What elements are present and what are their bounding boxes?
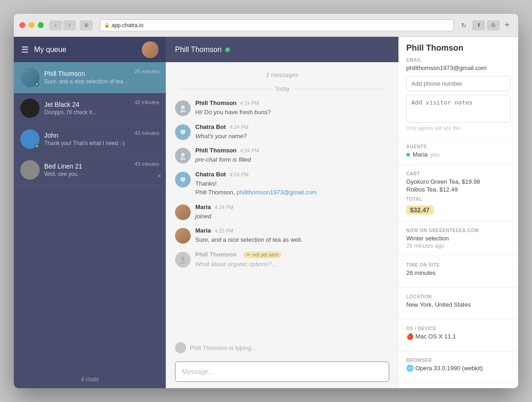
message-row: Maria 4:24 PM joined: [175, 204, 389, 221]
online-indicator: [35, 82, 39, 87]
msg-timestamp: 4:25 PM: [215, 228, 234, 233]
traffic-lights: [19, 22, 44, 28]
share-button[interactable]: ⬆: [472, 20, 485, 30]
msg-sender-name: Phill Thomson: [195, 147, 237, 154]
agent-online-dot: [406, 153, 410, 157]
msg-timestamp: 4:24 PM: [229, 172, 248, 177]
os-text: Mac OS X 11.1: [415, 333, 456, 340]
chat-item-bed[interactable]: Bed Linen 21 Well, see you. 43 minutes ×: [14, 155, 166, 186]
msg-text-italic: joined: [195, 213, 211, 220]
minimize-button[interactable]: [29, 22, 35, 28]
lock-icon: 🔒: [104, 23, 110, 28]
cart-label: CART: [406, 171, 511, 176]
expand-button[interactable]: ⧉: [487, 20, 500, 30]
rp-browser-section: BROWSER 🌐 Opera 33.0.1990 (webkit): [399, 351, 518, 383]
message-input[interactable]: [175, 361, 389, 382]
msg-content: Maria 4:25 PM Sure, and a nice selection…: [195, 227, 389, 245]
app-window: ‹ › ⊞ 🔒 app.chatra.io ↻ ⬆ ⧉ + ☰ My queue: [14, 14, 518, 388]
svg-point-0: [181, 105, 185, 109]
browser-icon: 🌐: [406, 365, 415, 372]
os-value: 🍎 Mac OS X 11.1: [406, 333, 511, 340]
cart-item-1: Gyokuro Green Tea, $19.98: [406, 178, 511, 185]
msg-sender-name: Phill Thomson: [195, 99, 237, 106]
message-row: Maria 4:25 PM Sure, and a nice selection…: [175, 227, 389, 245]
browser-text: Opera 33.0.1990 (webkit): [415, 365, 483, 372]
email-value: phillthomson1973@gmail.com: [406, 64, 511, 71]
chat-preview: Ooopps, I'll check it...: [44, 109, 132, 116]
close-button[interactable]: [19, 22, 25, 28]
chat-header: Phill Thomson: [166, 37, 398, 62]
phone-input[interactable]: [406, 76, 511, 91]
date-label: Today: [275, 86, 289, 92]
chat-header-name: Phill Thomson: [175, 46, 222, 54]
main-content: ☰ My queue Phill Thomson Sure, and a nic…: [14, 37, 518, 388]
tab-view-button[interactable]: ⊞: [80, 20, 93, 30]
rp-name-section: Phill Thomson EMAIL phillthomson1973@gma…: [399, 37, 518, 138]
os-label: OS / DEVICE: [406, 326, 511, 331]
total-label: TOTAL: [406, 197, 511, 202]
message-row: Chatra Bot 4:24 PM Thanks! Phill Thomson…: [175, 171, 389, 197]
back-button[interactable]: ‹: [49, 20, 62, 30]
avatar-image: [142, 41, 158, 58]
chat-avatar-phill: [20, 68, 40, 87]
refresh-button[interactable]: ↻: [457, 20, 470, 30]
rp-cart-section: CART Gyokuro Green Tea, $19.98 Roibos Te…: [399, 165, 518, 221]
msg-sender-name: Maria: [195, 204, 211, 210]
close-chat-button[interactable]: ×: [158, 172, 161, 180]
msg-header: Maria 4:24 PM: [195, 204, 389, 210]
chat-list: Phill Thomson Sure, and a nice selection…: [14, 62, 166, 371]
hamburger-button[interactable]: ☰: [21, 45, 29, 55]
location-value: New York, United States: [406, 301, 511, 308]
agent-you-label: you: [431, 151, 439, 158]
msg-text: joined: [195, 212, 389, 221]
chat-time: 42 minutes: [134, 99, 159, 105]
chat-name: Jet Black 24: [44, 101, 132, 108]
msg-header: Maria 4:25 PM: [195, 227, 389, 234]
typing-indicator: Phill Thomson is typing...: [166, 338, 398, 357]
msg-content: Chatra Bot 4:24 PM What's your name?: [195, 123, 389, 141]
msg-content: Maria 4:24 PM joined: [195, 204, 389, 221]
fullscreen-button[interactable]: [38, 22, 44, 28]
msg-header: Phill Thomson 4:24 PM: [195, 99, 389, 106]
rp-agents-section: AGENTS Maria you: [399, 138, 518, 165]
msg-content: Phill Thomson 4:24 PM Hi! Do you have fr…: [195, 99, 389, 117]
chat-name: John: [44, 132, 132, 139]
msg-avatar-visitor: [175, 148, 191, 163]
chat-info-john: John Thank you! That's what I need :-): [44, 132, 132, 146]
nav-arrows: ‹ ›: [49, 20, 76, 30]
visitor-notes-input[interactable]: [406, 95, 511, 122]
messages-area: 2 messages Today Phill Thomson 4:24 PM H…: [166, 62, 398, 338]
msg-text: Hi! Do you have fresh buns?: [195, 108, 389, 117]
rp-os-section: OS / DEVICE 🍎 Mac OS X 11.1: [399, 320, 518, 351]
forward-button[interactable]: ›: [63, 20, 76, 30]
agent-name: Maria: [413, 151, 428, 158]
svg-point-1: [180, 110, 186, 113]
svg-point-3: [181, 153, 185, 157]
user-avatar[interactable]: [142, 41, 158, 58]
chat-item-john[interactable]: John Thank you! That's what I need :-) 4…: [14, 124, 166, 155]
rp-location-section: LOCATION New York, United States: [399, 288, 518, 320]
agents-label: AGENTS: [406, 144, 511, 149]
address-bar[interactable]: 🔒 app.chatra.io: [100, 19, 454, 31]
chat-preview: Sure, and a nice selection of tea ...: [44, 78, 132, 85]
rp-site-section: NOW ON GREEENTEEEA.COM Winter selection …: [399, 221, 518, 256]
typer-name: Phill Thomson: [190, 344, 228, 351]
msg-header: Phill Thomson 4:24 PM: [195, 147, 389, 154]
chat-item-phill[interactable]: Phill Thomson Sure, and a nice selection…: [14, 62, 166, 93]
msg-avatar-maria: [175, 204, 191, 220]
msg-text: pre-chat form is filled: [195, 155, 389, 164]
chat-avatar-john: [20, 129, 40, 149]
sidebar-title: My queue: [34, 46, 142, 54]
message-row: Chatra Bot 4:24 PM What's your name?: [175, 123, 389, 141]
new-tab-button[interactable]: +: [502, 20, 513, 31]
message-input-area: [166, 357, 398, 388]
header-online-dot: [225, 47, 230, 52]
msg-header: Chatra Bot 4:24 PM: [195, 123, 389, 130]
current-page: Winter selection: [406, 235, 511, 242]
email-link[interactable]: phillthomson1973@gmail.com: [236, 189, 316, 196]
visitor-name: Phill Thomson: [406, 43, 511, 53]
typing-text: Phill Thomson is typing...: [190, 344, 256, 351]
chat-item-jet[interactable]: Jet Black 24 Ooopps, I'll check it... 42…: [14, 93, 166, 124]
total-value: $32.47: [406, 205, 433, 215]
chat-name: Phill Thomson: [44, 70, 132, 77]
